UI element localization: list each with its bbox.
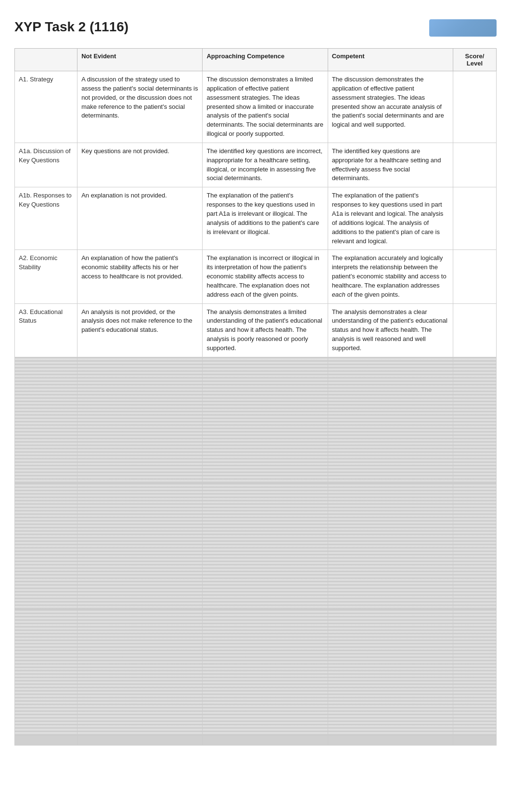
table-row: A1a. Discussion of Key QuestionsKey ques… xyxy=(15,143,497,187)
cell-criterion: A2. Economic Stability xyxy=(15,250,77,303)
header-approaching: Approaching Competence xyxy=(203,49,328,71)
cell-approaching: The explanation is incorrect or illogica… xyxy=(203,250,328,303)
rubric-table: Not Evident Approaching Competence Compe… xyxy=(14,48,497,746)
page-title: XYP Task 2 (1116) xyxy=(14,19,128,35)
cell-approaching: The analysis demonstrates a limited unde… xyxy=(203,303,328,357)
header-not-evident: Not Evident xyxy=(77,49,203,71)
cell-not-evident: Key questions are not provided. xyxy=(77,143,203,187)
cell-not-evident: A discussion of the strategy used to ass… xyxy=(77,71,203,143)
cell-competent: The identified key questions are appropr… xyxy=(328,143,453,187)
cell-score xyxy=(453,143,496,187)
table-row: Lorem ipsum dolor sit amet consectetur a… xyxy=(15,357,497,483)
page-header: XYP Task 2 (1116) xyxy=(14,19,497,37)
header-criterion xyxy=(15,49,77,71)
table-row: A2. Economic StabilityAn explanation of … xyxy=(15,250,497,303)
cell-not-evident: An analysis is not provided, or the anal… xyxy=(77,303,203,357)
cell-competent: The analysis demonstrates a clear unders… xyxy=(328,303,453,357)
table-row: Lorem ipsum dolor sit amet consectetur a… xyxy=(15,609,497,735)
table-row: A1b. Responses to Key QuestionsAn explan… xyxy=(15,187,497,250)
table-row xyxy=(15,735,497,745)
header-score: Score/ Level xyxy=(453,49,496,71)
cell-criterion: A1b. Responses to Key Questions xyxy=(15,187,77,250)
table-row: A3. Educational StatusAn analysis is not… xyxy=(15,303,497,357)
cell-score xyxy=(453,250,496,303)
cell-approaching: The identified key questions are incorre… xyxy=(203,143,328,187)
cell-not-evident: An explanation of how the patient's econ… xyxy=(77,250,203,303)
table-header-row: Not Evident Approaching Competence Compe… xyxy=(15,49,497,71)
cell-approaching: The discussion demonstrates a limited ap… xyxy=(203,71,328,143)
cell-competent: The explanation accurately and logically… xyxy=(328,250,453,303)
cell-score xyxy=(453,71,496,143)
cell-score xyxy=(453,303,496,357)
cell-competent: The explanation of the patient's respons… xyxy=(328,187,453,250)
cell-score xyxy=(453,187,496,250)
cell-competent: The discussion demonstrates the applicat… xyxy=(328,71,453,143)
cell-criterion: A3. Educational Status xyxy=(15,303,77,357)
cell-criterion: A1a. Discussion of Key Questions xyxy=(15,143,77,187)
table-row: Lorem ipsum dolor sit amet consectetur a… xyxy=(15,483,497,609)
cell-criterion: A1. Strategy xyxy=(15,71,77,143)
header-competent: Competent xyxy=(328,49,453,71)
logo xyxy=(429,19,497,37)
cell-not-evident: An explanation is not provided. xyxy=(77,187,203,250)
table-row: A1. StrategyA discussion of the strategy… xyxy=(15,71,497,143)
cell-approaching: The explanation of the patient's respons… xyxy=(203,187,328,250)
